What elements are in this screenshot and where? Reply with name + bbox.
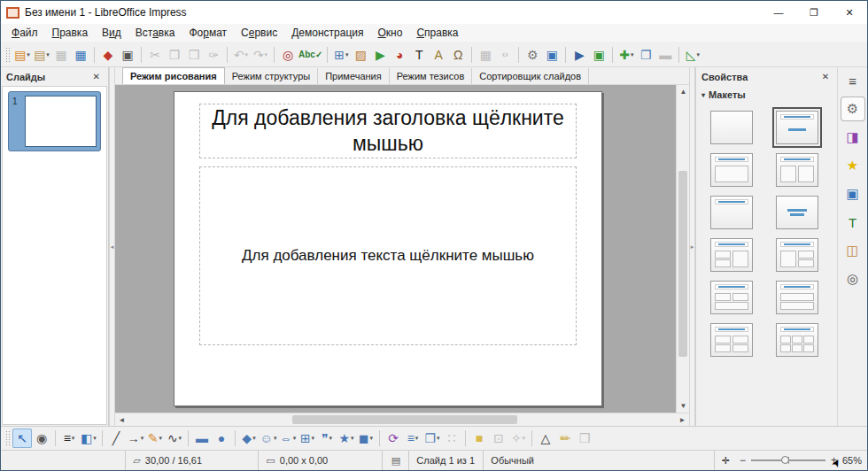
block-arrows-button[interactable]: ⇔▾ (278, 429, 298, 448)
toggle-extrusion-button[interactable]: ❒ (575, 429, 594, 448)
connectors-dropdown-icon[interactable]: ▾ (179, 435, 182, 442)
vertical-scroll-thumb[interactable] (678, 171, 687, 358)
zoom-out-icon[interactable]: − (740, 454, 746, 467)
slides-panel-close-icon[interactable]: ✕ (90, 71, 103, 82)
glue-points-button[interactable]: ✏ (555, 429, 575, 448)
toolbar-handle[interactable] (5, 430, 10, 446)
sidebar-tab-animation[interactable]: ★ (841, 154, 864, 177)
new-presentation-button[interactable]: ▤▾ (12, 45, 32, 65)
layout-centered-text[interactable] (776, 196, 818, 229)
text-placeholder[interactable]: Для добавления текста щёлкните мышью (199, 166, 577, 345)
open-dropdown-icon[interactable]: ▾ (46, 51, 50, 58)
callout-shapes-dropdown-icon[interactable]: ▾ (329, 435, 333, 442)
open-button[interactable]: ▤▾ (32, 45, 51, 65)
menu-item-1[interactable]: Правка (45, 25, 96, 41)
minimize-button[interactable]: — (761, 1, 796, 24)
align-objects-button[interactable]: ≡▾ (403, 429, 422, 448)
view-tab-2[interactable]: Примечания (318, 68, 390, 84)
shadow-button[interactable]: ■ (469, 429, 489, 448)
scroll-down-icon[interactable]: ▼ (677, 399, 690, 413)
sidebar-tab-styles[interactable]: T (841, 211, 864, 234)
rotate-button[interactable]: ⟳ (384, 429, 403, 448)
layout-title-subtitle[interactable] (776, 111, 818, 144)
lines-and-arrows-button[interactable]: →▾ (126, 429, 145, 448)
menu-item-7[interactable]: Окно (370, 25, 409, 41)
zoom-slider[interactable] (751, 459, 825, 461)
rectangle-button[interactable]: ▬ (192, 429, 212, 448)
close-button[interactable]: ✕ (832, 1, 867, 24)
layout-two-content-left-content-right[interactable] (710, 238, 753, 272)
cut-button[interactable]: ✂ (145, 45, 165, 65)
show-draw-functions-button[interactable]: ◺▾ (683, 45, 702, 65)
view-tab-4[interactable]: Сортировщик слайдов (472, 68, 589, 84)
connectors-button[interactable]: ∿▾ (165, 429, 184, 448)
master-slide-button[interactable]: ▣ (542, 45, 562, 65)
title-placeholder[interactable]: Для добавления заголовка щёлкните мышью (199, 104, 577, 158)
arrange-objects-dropdown-icon[interactable]: ▾ (437, 435, 440, 442)
redo-dropdown-icon[interactable]: ▾ (265, 51, 268, 58)
layout-four-content[interactable] (710, 323, 753, 357)
horizontal-scroll-thumb[interactable] (292, 415, 516, 424)
start-from-first-slide-button[interactable]: ▶ (570, 45, 589, 65)
sidebar-tab-navigator[interactable]: ◎ (841, 267, 864, 290)
flowchart-shapes-dropdown-icon[interactable]: ▾ (312, 435, 315, 442)
layouts-section-header[interactable]: ▾ Макеты (696, 86, 837, 104)
save-button[interactable]: ▦ (51, 45, 71, 65)
view-tab-0[interactable]: Режим рисования (122, 67, 225, 84)
print-button[interactable]: ▣ (118, 45, 137, 65)
ellipse-button[interactable]: ● (212, 429, 231, 448)
image-filter-button[interactable]: ✧▾ (508, 429, 528, 448)
new-presentation-dropdown-icon[interactable]: ▾ (27, 51, 30, 58)
sidebar-tab-master-slides[interactable]: ▣ (841, 182, 864, 205)
crop-image-button[interactable]: ⊡ (489, 429, 508, 448)
header-and-footer-button[interactable]: A (429, 45, 448, 65)
layout-blank[interactable] (710, 111, 753, 144)
curves-and-polygons-button[interactable]: ✎▾ (145, 429, 165, 448)
scroll-right-icon[interactable]: ► (676, 413, 689, 427)
save-as-button[interactable]: ▦ (71, 45, 90, 65)
star-shapes-button[interactable]: ★▾ (337, 429, 356, 448)
right-splitter[interactable]: ▸ (689, 67, 695, 426)
distribute-selection-button[interactable]: ∷ (442, 429, 461, 448)
scroll-up-icon[interactable]: ▲ (677, 85, 690, 98)
menu-item-3[interactable]: Вставка (128, 25, 182, 41)
3d-objects-button[interactable]: ◼▾ (356, 429, 376, 448)
find-and-replace-button[interactable]: ◎ (278, 45, 298, 65)
helplines-while-moving-button[interactable]: ‹› (495, 45, 515, 65)
menu-item-2[interactable]: Вид (95, 25, 128, 41)
fill-color-dropdown-icon[interactable]: ▾ (93, 435, 97, 442)
symbol-shapes-dropdown-icon[interactable]: ▾ (274, 435, 277, 442)
line-style-button[interactable]: ≡▾ (59, 429, 79, 448)
vertical-scrollbar[interactable]: ▲ ▼ (676, 85, 689, 413)
delete-slide-button[interactable]: ▬ (655, 45, 675, 65)
menu-item-4[interactable]: Формат (182, 25, 234, 41)
insert-special-character-button[interactable]: Ω (448, 45, 468, 65)
show-draw-functions-dropdown-icon[interactable]: ▾ (696, 51, 700, 58)
toolbar-handle[interactable] (5, 47, 10, 63)
curves-and-polygons-dropdown-icon[interactable]: ▾ (159, 435, 163, 442)
sidebar-tab-gallery[interactable]: ◫ (841, 239, 864, 262)
menu-item-6[interactable]: Демонстрация (284, 25, 370, 41)
layout-style-segment[interactable]: Обычный (483, 451, 589, 470)
view-tab-1[interactable]: Режим структуры (225, 68, 319, 84)
slide-thumbnail-1[interactable]: 1 (8, 91, 101, 151)
display-grid-button[interactable]: ▦ (476, 45, 495, 65)
copy-button[interactable]: ❐ (165, 45, 184, 65)
layout-six-content[interactable] (776, 323, 818, 357)
edit-points-button[interactable]: △ (536, 429, 555, 448)
insert-media-button[interactable]: ▶ (370, 45, 390, 65)
layout-content-left-two-content-right[interactable] (776, 238, 818, 272)
view-tab-3[interactable]: Режим тезисов (390, 68, 473, 84)
insert-table-button[interactable]: ⊞▾ (331, 45, 351, 65)
layout-title-content[interactable] (710, 153, 753, 187)
menu-item-8[interactable]: Справка (409, 25, 465, 41)
properties-panel-close-icon[interactable]: ✕ (819, 71, 832, 82)
export-pdf-button[interactable]: ◆ (98, 45, 118, 65)
sidebar-tab-slide-transition[interactable]: ◨ (841, 126, 864, 149)
menu-item-5[interactable]: Сервис (234, 25, 284, 41)
layout-title-two-content[interactable] (776, 153, 818, 187)
sidebar-tab-sidebar-menu[interactable]: ≡ (841, 69, 864, 92)
callout-shapes-button[interactable]: ❞▾ (317, 429, 337, 448)
redo-button[interactable]: ↷▾ (251, 45, 270, 65)
select-button[interactable]: ↖ (12, 429, 32, 448)
